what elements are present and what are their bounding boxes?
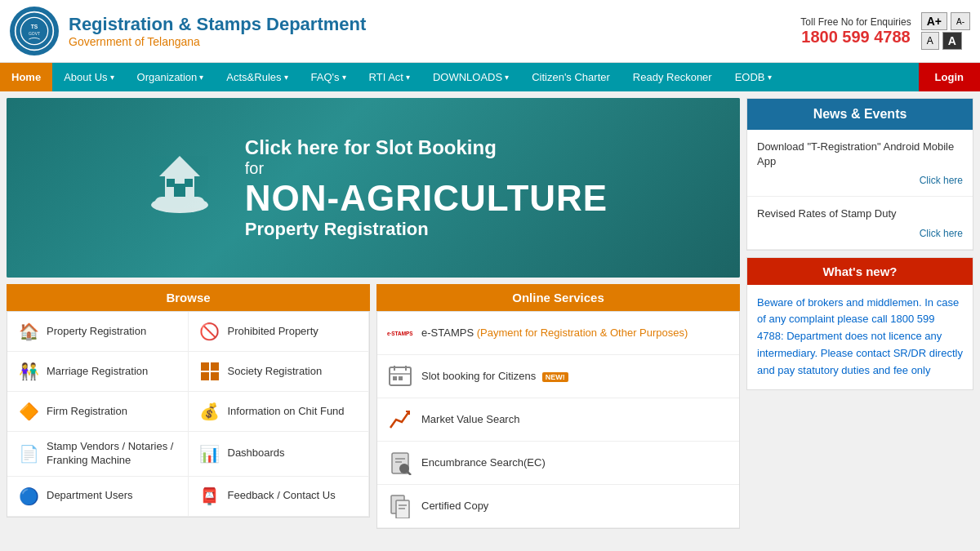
- online-certified-copy[interactable]: Certified Copy: [377, 485, 739, 528]
- header-title-block: Registration & Stamps Department Governm…: [69, 14, 366, 48]
- nav-eodb[interactable]: EODB ▾: [724, 63, 783, 91]
- news-events-header: News & Events: [747, 99, 973, 130]
- prohibited-property-icon: 🚫: [198, 320, 221, 343]
- online-market-value[interactable]: Market Value Search: [377, 398, 739, 442]
- svg-rect-10: [185, 179, 193, 187]
- svg-rect-9: [167, 179, 175, 187]
- font-decrease-button[interactable]: A-: [951, 12, 970, 30]
- dashboards-label: Dashboards: [228, 447, 285, 460]
- browse-society-registration[interactable]: Society Registration: [189, 352, 370, 392]
- browse-grid: 🏠 Property Registration 🚫 Prohibited Pro…: [7, 311, 370, 518]
- toll-free-number: 1800 599 4788: [800, 28, 911, 47]
- banner-line1: Click here for Slot Booking: [245, 136, 608, 159]
- logo: TS GOVT: [10, 7, 59, 56]
- browse-header: Browse: [7, 284, 370, 311]
- site-header: TS GOVT Registration & Stamps Department…: [0, 0, 980, 63]
- browse-property-registration[interactable]: 🏠 Property Registration: [7, 312, 189, 352]
- svg-rect-28: [396, 500, 409, 518]
- font-normal-button[interactable]: A: [921, 32, 939, 50]
- society-registration-label: Society Registration: [228, 365, 323, 379]
- svg-rect-12: [211, 362, 219, 371]
- main-content: Click here for Slot Booking for NON-AGRI…: [0, 91, 980, 535]
- encumbrance-label: Encumbrance Search(EC): [421, 456, 546, 470]
- estamps-label: e-STAMPS (Payment for Registration & Oth…: [421, 327, 688, 340]
- slot-booking-banner[interactable]: Click here for Slot Booking for NON-AGRI…: [7, 98, 740, 278]
- feedback-label: Feedback / Contact Us: [228, 489, 336, 503]
- estamps-icon: e·STAMPS: [387, 320, 413, 346]
- nav-downloads[interactable]: DOWNLOADS ▾: [421, 63, 520, 91]
- browse-dashboards[interactable]: 📊 Dashboards: [189, 432, 370, 477]
- nav-ready-reckoner[interactable]: Ready Reckoner: [621, 63, 724, 91]
- news-events-box: News & Events Download "T-Registration" …: [746, 98, 973, 251]
- nav-organization[interactable]: Organization ▾: [126, 63, 216, 91]
- department-users-label: Department Users: [47, 489, 132, 503]
- svg-rect-14: [211, 372, 219, 380]
- online-estamps[interactable]: e·STAMPS e-STAMPS (Payment for Registrat…: [377, 312, 739, 355]
- browse-firm-registration[interactable]: 🔶 Firm Registration: [7, 392, 189, 432]
- browse-department-users[interactable]: 🔵 Department Users: [7, 477, 189, 517]
- whats-new-content: Beware of brokers and middlemen. In case…: [747, 285, 973, 389]
- news-item-1: Download "T-Registration" Android Mobile…: [747, 130, 973, 197]
- faqs-arrow: ▾: [342, 73, 346, 82]
- property-registration-icon: 🏠: [17, 320, 40, 343]
- browse-stamp-vendors[interactable]: 📄 Stamp Vendors / Notaries / Franking Ma…: [7, 432, 189, 477]
- eodb-arrow: ▾: [768, 73, 772, 82]
- browse-section: Browse 🏠 Property Registration 🚫 Prohibi…: [7, 284, 370, 529]
- nav-acts-rules[interactable]: Acts&Rules ▾: [215, 63, 299, 91]
- nav-home[interactable]: Home: [0, 63, 52, 91]
- certified-copy-label: Certified Copy: [421, 500, 488, 513]
- news-item-1-link-anchor[interactable]: Click here: [920, 175, 963, 186]
- browse-prohibited-property[interactable]: 🚫 Prohibited Property: [189, 312, 370, 352]
- firm-registration-icon: 🔶: [17, 400, 40, 423]
- new-badge: NEW!: [542, 372, 568, 382]
- banner-house-icon: [139, 140, 220, 237]
- chit-fund-label: Information on Chit Fund: [228, 405, 345, 419]
- nav-rti-act[interactable]: RTI Act ▾: [358, 63, 421, 91]
- org-arrow: ▾: [199, 73, 203, 82]
- nav-about-us[interactable]: About Us ▾: [52, 63, 125, 91]
- market-value-icon: [387, 407, 413, 433]
- nav-login-button[interactable]: Login: [919, 63, 980, 91]
- svg-text:e·STAMPS: e·STAMPS: [387, 331, 413, 336]
- acts-arrow: ▾: [284, 73, 288, 82]
- news-item-2-link: Click here: [757, 227, 963, 239]
- nav-citizens-charter[interactable]: Citizen's Charter: [520, 63, 621, 91]
- browse-feedback[interactable]: 📮 Feedback / Contact Us: [189, 477, 370, 517]
- site-subtitle: Government of Telangana: [69, 35, 366, 48]
- certified-copy-icon: [387, 493, 413, 519]
- banner-content: Click here for Slot Booking for NON-AGRI…: [106, 136, 640, 240]
- header-left: TS GOVT Registration & Stamps Department…: [10, 7, 366, 56]
- whats-new-header: What's new?: [747, 258, 973, 285]
- online-slot-booking[interactable]: Slot booking for Citizens NEW!: [377, 355, 739, 398]
- font-large-button[interactable]: A: [942, 32, 962, 50]
- stamp-vendors-icon: 📄: [17, 442, 40, 465]
- svg-text:TS: TS: [31, 24, 38, 29]
- news-item-2-link-anchor[interactable]: Click here: [920, 228, 963, 239]
- nav-faqs[interactable]: FAQ's ▾: [300, 63, 358, 91]
- right-sidebar: News & Events Download "T-Registration" …: [746, 98, 973, 529]
- firm-registration-label: Firm Registration: [47, 405, 127, 419]
- downloads-arrow: ▾: [505, 73, 509, 82]
- svg-rect-8: [174, 184, 185, 197]
- banner-line3: NON-AGRICULTURE: [245, 178, 608, 219]
- online-services-list: e·STAMPS e-STAMPS (Payment for Registrat…: [376, 311, 740, 529]
- svg-rect-20: [393, 376, 397, 380]
- font-increase-button[interactable]: A+: [921, 12, 947, 30]
- chit-fund-icon: 💰: [198, 400, 221, 423]
- browse-chit-fund[interactable]: 💰 Information on Chit Fund: [189, 392, 370, 432]
- feedback-icon: 📮: [198, 485, 221, 508]
- prohibited-property-label: Prohibited Property: [228, 325, 318, 339]
- logo-svg: TS GOVT: [14, 11, 55, 51]
- banner-line4: Property Registration: [245, 219, 608, 240]
- property-registration-label: Property Registration: [47, 325, 146, 339]
- toll-free-block: Toll Free No for Enquiries 1800 599 4788: [800, 16, 911, 47]
- browse-marriage-registration[interactable]: 👫 Marriage Registration: [7, 352, 189, 392]
- news-item-2-title: Revised Rates of Stamp Duty: [757, 207, 963, 221]
- services-row: Browse 🏠 Property Registration 🚫 Prohibi…: [7, 284, 740, 529]
- estamps-sublabel: (Payment for Registration & Other Purpos…: [477, 327, 688, 339]
- banner-text-block: Click here for Slot Booking for NON-AGRI…: [245, 136, 608, 240]
- svg-rect-5: [155, 197, 204, 207]
- online-services-section: Online Services e·STAMPS e-STAMPS (Payme…: [376, 284, 740, 529]
- online-encumbrance[interactable]: Encumbrance Search(EC): [377, 442, 739, 485]
- about-us-arrow: ▾: [110, 73, 114, 82]
